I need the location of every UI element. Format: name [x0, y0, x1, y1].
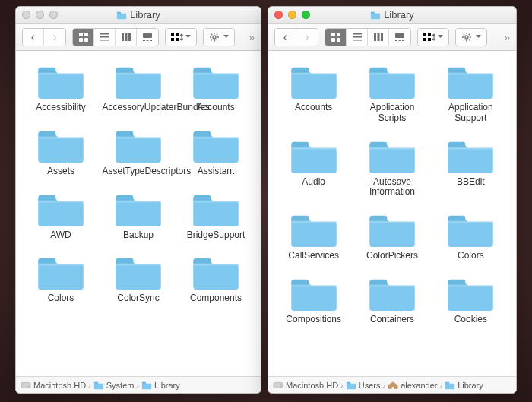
view-icon-button[interactable] [325, 29, 347, 46]
zoom-button[interactable] [49, 11, 58, 19]
view-column-button[interactable] [116, 29, 137, 46]
folder-item[interactable]: AssetTypeDescriptors [100, 127, 177, 177]
folder-item[interactable]: Application Scripts [353, 63, 431, 124]
svg-rect-68 [291, 73, 337, 74]
toolbar: ‹›» [16, 24, 261, 51]
svg-rect-52 [395, 40, 397, 41]
path-label: System [106, 381, 135, 390]
folder-item[interactable]: AccessoryUpdaterBundles [100, 63, 177, 113]
view-icon-button[interactable] [73, 29, 94, 46]
folder-item[interactable]: Application Support [432, 63, 510, 124]
folder-item[interactable]: Cookies [432, 275, 510, 325]
folder-item[interactable]: Components [177, 254, 255, 304]
folder-item[interactable]: BBEdit [432, 138, 510, 198]
svg-rect-29 [193, 73, 239, 74]
path-segment[interactable]: Library [141, 381, 180, 390]
svg-rect-4 [100, 33, 109, 35]
folder-item[interactable]: AWD [22, 191, 100, 241]
svg-rect-7 [122, 33, 124, 41]
folder-icon [447, 138, 494, 174]
close-button[interactable] [274, 11, 283, 19]
svg-rect-36 [38, 264, 84, 266]
disk-icon [21, 381, 31, 390]
folder-item[interactable]: Colors [432, 211, 510, 261]
svg-rect-51 [395, 33, 404, 38]
folder-icon [192, 191, 239, 227]
zoom-button[interactable] [302, 11, 310, 19]
content-area[interactable]: Accessibility AccessoryUpdaterBundles Ac… [16, 51, 261, 376]
toolbar-overflow[interactable]: » [504, 31, 510, 43]
svg-rect-55 [423, 33, 426, 36]
folder-item[interactable]: BridgeSupport [177, 191, 255, 241]
forward-button[interactable]: › [296, 29, 318, 46]
svg-rect-34 [116, 201, 161, 202]
folder-item[interactable]: ColorPickers [353, 211, 431, 261]
path-segment[interactable]: Library [445, 381, 483, 390]
folder-item[interactable]: CallServices [274, 211, 353, 261]
folder-icon [447, 211, 494, 248]
svg-rect-70 [448, 73, 494, 74]
back-button[interactable]: ‹ [23, 29, 44, 46]
content-area[interactable]: Accounts Application Scripts Application… [268, 51, 516, 376]
path-segment[interactable]: alexander [388, 381, 437, 390]
minimize-button[interactable] [288, 11, 296, 19]
path-segment[interactable]: Macintosh HD [273, 381, 338, 390]
disk-icon [273, 381, 283, 390]
folder-icon [290, 138, 337, 174]
svg-rect-38 [193, 264, 239, 266]
folder-item[interactable]: ColorSync [100, 254, 177, 304]
view-gallery-button[interactable] [389, 29, 410, 46]
svg-rect-1 [84, 33, 88, 36]
back-button[interactable]: ‹ [275, 29, 296, 46]
svg-rect-46 [353, 36, 362, 38]
home-icon [388, 381, 398, 390]
svg-rect-47 [353, 40, 362, 41]
folder-item[interactable]: Colors [22, 254, 100, 304]
nav-buttons: ‹› [274, 28, 318, 46]
minimize-button[interactable] [36, 11, 44, 19]
folder-label: ColorSync [117, 293, 159, 304]
arrange-menu[interactable] [165, 28, 197, 46]
svg-rect-44 [337, 38, 340, 42]
close-button[interactable] [22, 11, 30, 19]
svg-rect-5 [100, 36, 109, 38]
svg-rect-14 [171, 33, 174, 36]
folder-item[interactable]: Containers [353, 275, 431, 325]
folder-icon [116, 11, 127, 20]
svg-rect-77 [291, 285, 337, 286]
forward-button[interactable]: › [44, 29, 65, 46]
folder-icon [37, 63, 84, 100]
folder-item[interactable]: Accounts [274, 63, 353, 124]
folder-label: Compositions [286, 315, 341, 325]
view-gallery-button[interactable] [137, 29, 158, 46]
action-menu[interactable] [455, 28, 487, 46]
folder-item[interactable]: Accounts [177, 63, 255, 113]
svg-line-24 [217, 39, 217, 40]
view-list-button[interactable] [94, 29, 116, 46]
action-menu[interactable] [203, 28, 235, 46]
folder-label: AssetTypeDescriptors [103, 166, 175, 177]
folder-item[interactable]: Assistant [177, 127, 255, 177]
arrange-menu[interactable] [417, 28, 449, 46]
folder-label: ColorPickers [366, 251, 418, 261]
path-segment[interactable]: Macintosh HD [21, 381, 86, 390]
folder-icon [369, 275, 416, 312]
folder-item[interactable]: Backup [100, 191, 177, 241]
svg-rect-12 [147, 40, 149, 41]
folder-icon [346, 381, 356, 390]
folder-item[interactable]: Compositions [274, 275, 353, 325]
path-label: Library [458, 381, 483, 390]
folder-item[interactable]: Accessibility [22, 63, 100, 113]
view-column-button[interactable] [368, 29, 389, 46]
toolbar-overflow[interactable]: » [249, 31, 255, 43]
folder-item[interactable]: Assets [22, 127, 100, 177]
folder-item[interactable]: Autosave Information [353, 138, 431, 198]
svg-point-18 [213, 36, 216, 39]
folder-label: AccessoryUpdaterBundles [103, 103, 175, 113]
folder-icon [192, 127, 239, 163]
view-list-button[interactable] [347, 29, 368, 46]
path-segment[interactable]: Users [346, 381, 381, 390]
folder-item[interactable]: Audio [274, 138, 353, 198]
path-segment[interactable]: System [93, 381, 135, 390]
svg-rect-57 [428, 33, 431, 36]
